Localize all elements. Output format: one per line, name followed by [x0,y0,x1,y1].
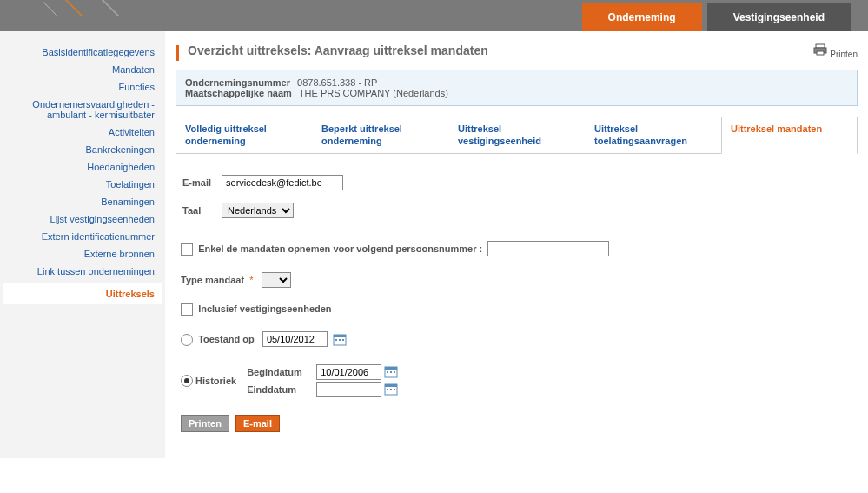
tab-volledig-uittreksel-onderneming[interactable]: Volledig uittreksel onderneming [176,117,312,153]
toestand-op-date-input[interactable] [262,331,328,347]
maatschappelijke-naam-label: Maatschappelijke naam [185,88,292,98]
required-asterisk: * [247,275,253,285]
svg-rect-5 [335,339,337,341]
tab-vestigingseenheid[interactable]: Vestigingseenheid [707,3,851,31]
sidebar-item-uittreksels[interactable]: Uittreksels [3,283,162,304]
extract-tabs: Volledig uittreksel onderneming Beperkt … [176,117,858,154]
sidebar-item-basisidentificatie[interactable]: Basisidentificatiegegevens [3,43,162,61]
type-mandaat-select[interactable] [262,272,291,288]
persoonsnummer-input[interactable] [487,241,609,256]
svg-rect-4 [334,335,346,337]
svg-rect-10 [387,371,388,373]
tab-uittreksel-toelatingsaanvragen[interactable]: Uittreksel toelatingsaanvragen [585,117,721,153]
title-accent [176,45,179,61]
company-info-box: Ondernemingsnummer 0878.651.338 - RP Maa… [176,70,858,106]
enkel-mandaten-checkbox[interactable] [181,243,193,256]
top-bar: Onderneming Vestigingseenheid [0,0,868,31]
svg-rect-2 [817,51,824,55]
sidebar-item-ondernemersvaardigheden[interactable]: Ondernemersvaardigheden - ambulant - ker… [3,96,162,123]
sidebar-item-lijst-vestigingseenheden[interactable]: Lijst vestigingseenheden [3,210,162,228]
taal-select[interactable]: Nederlands [222,203,294,218]
svg-rect-12 [394,371,395,373]
printer-icon [813,43,827,56]
svg-rect-15 [387,389,388,390]
tab-onderneming[interactable]: Onderneming [582,3,702,31]
toestand-op-radio[interactable] [181,334,193,346]
page-title: Overzicht uittreksels: Aanvraag uittreks… [188,43,488,57]
calendar-icon[interactable] [333,333,347,347]
email-label: E-mail [182,170,220,196]
svg-rect-0 [816,44,825,48]
sidebar-item-toelatingen[interactable]: Toelatingen [3,176,162,193]
toestand-op-label: Toestand op [198,334,255,344]
historiek-label: Historiek [195,376,236,386]
form: E-mail Taal Nederlands Enkel de mandaten… [176,154,858,446]
sidebar-item-functies[interactable]: Functies [3,78,162,96]
email-input[interactable] [222,175,343,190]
print-button[interactable]: Printen [813,43,858,59]
ondernemingsnummer-value: 0878.651.338 - RP [297,77,377,88]
svg-rect-11 [390,371,392,373]
tab-beperkt-uittreksel-onderneming[interactable]: Beperkt uittreksel onderneming [312,117,448,153]
historiek-radio[interactable] [181,375,193,387]
sidebar-item-benamingen[interactable]: Benamingen [3,193,162,210]
svg-rect-9 [385,367,397,370]
top-tabs: Onderneming Vestigingseenheid [582,3,851,31]
svg-rect-6 [339,339,341,341]
sidebar-item-externe-bronnen[interactable]: Externe bronnen [3,245,162,263]
svg-rect-17 [394,389,395,390]
printen-button[interactable]: Printen [181,415,229,432]
svg-rect-7 [342,339,344,341]
begindatum-input[interactable] [316,364,381,380]
content: Overzicht uittreksels: Aanvraag uittreks… [165,31,868,458]
inclusief-vestigingseenheden-label: Inclusief vestigingseenheden [198,303,331,314]
sidebar-item-link-tussen-ondernemingen[interactable]: Link tussen ondernemingen [3,263,162,280]
maatschappelijke-naam-value: THE PRS COMPANY (Nederlands) [299,88,448,98]
calendar-icon[interactable] [384,383,398,396]
einddatum-input[interactable] [316,382,381,397]
tab-uittreksel-mandaten[interactable]: Uittreksel mandaten [721,117,858,154]
inclusief-vestigingseenheden-checkbox[interactable] [181,303,193,316]
sidebar-item-bankrekeningen[interactable]: Bankrekeningen [3,141,162,158]
svg-rect-14 [385,384,397,387]
sidebar-item-mandaten[interactable]: Mandaten [3,61,162,78]
enkel-mandaten-label: Enkel de mandaten opnemen voor volgend p… [198,243,482,254]
tab-uittreksel-vestigingseenheid[interactable]: Uittreksel vestigingseenheid [448,117,585,153]
svg-rect-16 [390,389,392,390]
einddatum-label: Einddatum [247,384,316,395]
type-mandaat-label: Type mandaat [181,275,244,285]
ondernemingsnummer-label: Ondernemingsnummer [185,77,290,88]
sidebar: Basisidentificatiegegevens Mandaten Func… [0,31,165,458]
email-button[interactable]: E-mail [235,415,280,432]
sidebar-item-extern-identificatienummer[interactable]: Extern identificatienummer [3,228,162,245]
print-label: Printen [830,50,858,59]
sidebar-item-hoedanigheden[interactable]: Hoedanigheden [3,158,162,176]
begindatum-label: Begindatum [247,367,316,377]
taal-label: Taal [182,197,220,223]
calendar-icon[interactable] [384,365,398,379]
sidebar-item-activiteiten[interactable]: Activiteiten [3,123,162,141]
